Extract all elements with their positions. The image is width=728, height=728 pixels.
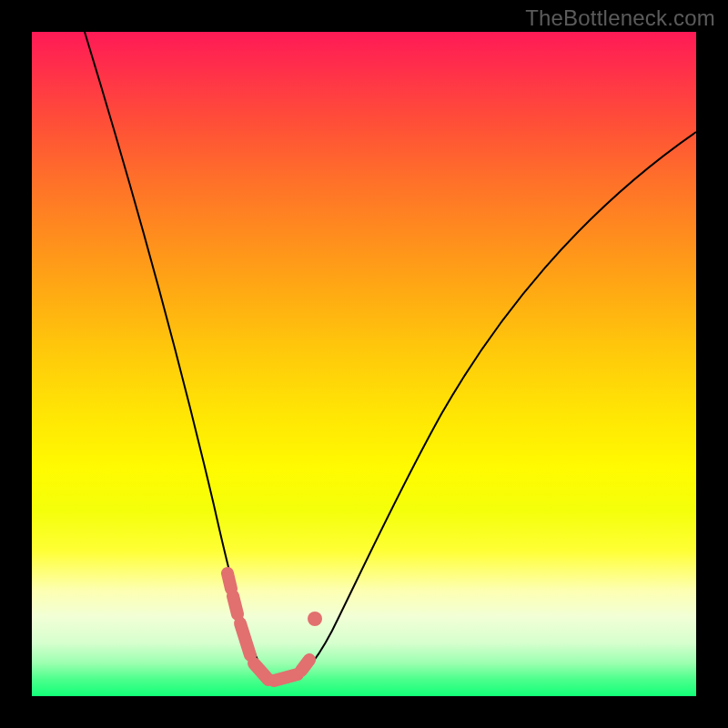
chart-frame: TheBottleneck.com	[0, 0, 728, 728]
chart-svg	[32, 32, 696, 696]
bottleneck-curve	[85, 32, 696, 682]
watermark-text: TheBottleneck.com	[525, 5, 715, 31]
highlight-markers	[228, 573, 322, 681]
svg-point-0	[308, 612, 322, 626]
plot-area	[32, 32, 696, 696]
